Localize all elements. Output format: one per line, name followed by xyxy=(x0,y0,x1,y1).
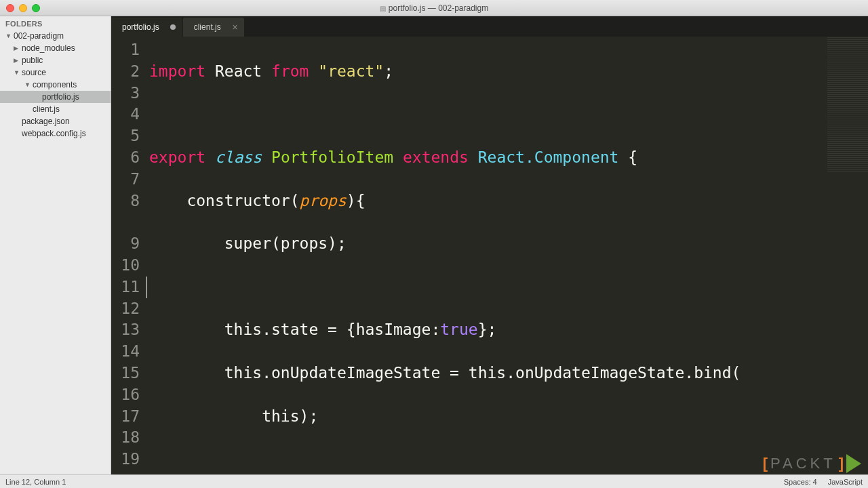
language-mode[interactable]: JavaScript xyxy=(828,478,863,486)
text-cursor xyxy=(146,277,149,298)
chevron-right-icon: ▶ xyxy=(14,45,20,52)
chevron-down-icon: ▼ xyxy=(24,81,31,88)
watermark-text: PACKT xyxy=(770,455,836,472)
sidebar-item-client-js[interactable]: client.js xyxy=(0,103,111,115)
sidebar-item-label: webpack.config.js xyxy=(22,129,86,138)
sidebar-item-webpack-config[interactable]: webpack.config.js xyxy=(0,127,111,140)
cursor-position[interactable]: Line 12, Column 1 xyxy=(5,478,66,486)
minimap[interactable] xyxy=(827,37,868,172)
editor-area: portfolio.js client.js × 123456789101112… xyxy=(111,16,868,474)
status-bar: Line 12, Column 1 Spaces: 4 JavaScript xyxy=(0,474,868,488)
tab-label: portfolio.js xyxy=(122,22,159,32)
sidebar-item-label: portfolio.js xyxy=(42,92,79,102)
window-title-text: portfolio.js — 002-paradigm xyxy=(389,3,488,13)
sidebar-item-label: package.json xyxy=(22,117,70,126)
packt-watermark: [PACKT] xyxy=(763,454,861,473)
tab-portfolio-js[interactable]: portfolio.js xyxy=(111,18,182,37)
sidebar-item-label: 002-paradigm xyxy=(14,31,64,41)
sidebar-item-label: source xyxy=(22,68,46,77)
close-window-button[interactable] xyxy=(6,4,14,12)
chevron-down-icon: ▼ xyxy=(14,69,20,76)
document-icon xyxy=(380,3,386,13)
sidebar-item-components[interactable]: ▼components xyxy=(0,79,111,91)
maximize-window-button[interactable] xyxy=(32,4,40,12)
sidebar-item-label: client.js xyxy=(33,104,60,114)
sidebar-item-package-json[interactable]: package.json xyxy=(0,115,111,127)
titlebar: portfolio.js — 002-paradigm xyxy=(0,0,868,16)
tab-client-js[interactable]: client.js × xyxy=(183,18,244,37)
chevron-down-icon: ▼ xyxy=(5,33,12,39)
chevron-right-icon: ▶ xyxy=(14,57,20,64)
sidebar-item-source[interactable]: ▼source xyxy=(0,66,111,79)
sidebar-item-public[interactable]: ▶public xyxy=(0,54,111,66)
sidebar-item-portfolio-js[interactable]: portfolio.js xyxy=(0,91,111,103)
indentation-setting[interactable]: Spaces: 4 xyxy=(784,478,817,486)
code-content[interactable]: import React from "react"; export class … xyxy=(146,37,868,474)
sidebar-header: FOLDERS xyxy=(0,16,111,30)
sidebar-item-label: node_modules xyxy=(22,43,75,53)
minimize-window-button[interactable] xyxy=(19,4,27,12)
sidebar-item-label: components xyxy=(33,80,77,89)
sidebar-item-project[interactable]: ▼002-paradigm xyxy=(0,30,111,42)
sidebar-item-label: public xyxy=(22,56,43,65)
code-editor[interactable]: 12345678910111213141516171819 import Rea… xyxy=(111,37,868,474)
gutter: 12345678910111213141516171819 xyxy=(111,37,146,474)
tab-bar: portfolio.js client.js × xyxy=(111,16,868,37)
window-title: portfolio.js — 002-paradigm xyxy=(380,3,488,13)
dirty-indicator-icon xyxy=(170,24,176,30)
close-icon[interactable]: × xyxy=(233,22,238,32)
sidebar: FOLDERS ▼002-paradigm ▶node_modules ▶pub… xyxy=(0,16,111,474)
sidebar-item-node-modules[interactable]: ▶node_modules xyxy=(0,42,111,54)
traffic-lights xyxy=(6,4,40,12)
play-icon xyxy=(846,454,861,473)
tab-label: client.js xyxy=(194,22,221,32)
